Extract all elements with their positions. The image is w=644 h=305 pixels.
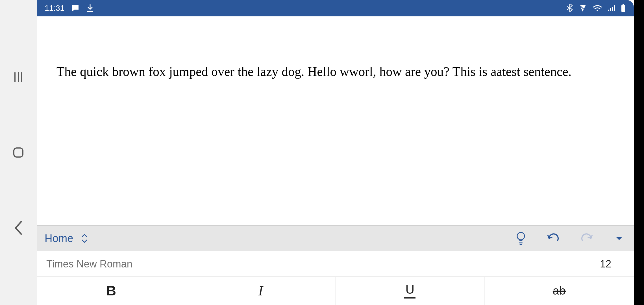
underline-button[interactable]: U <box>336 277 485 305</box>
tell-me-button[interactable] <box>512 229 530 247</box>
redo-button[interactable] <box>577 229 595 247</box>
font-name-selector[interactable]: Times New Roman <box>46 258 589 270</box>
svg-point-13 <box>517 232 525 240</box>
device-bezel <box>634 0 644 305</box>
svg-rect-12 <box>623 4 624 5</box>
collapse-ribbon-button[interactable] <box>610 229 628 247</box>
status-bar: 11:31 <box>37 0 634 16</box>
home-button[interactable] <box>12 138 25 167</box>
status-time: 11:31 <box>45 4 64 13</box>
svg-marker-16 <box>616 237 622 240</box>
svg-rect-7 <box>608 10 609 11</box>
svg-rect-3 <box>14 148 23 157</box>
battery-icon <box>621 4 626 12</box>
strike-label: ab <box>553 284 566 297</box>
ribbon-tab-label: Home <box>45 232 73 245</box>
app-area: 11:31 <box>37 0 634 305</box>
vibrate-icon <box>578 4 588 12</box>
svg-rect-8 <box>610 8 611 11</box>
bluetooth-icon <box>567 4 573 12</box>
chevron-updown-icon <box>80 233 88 244</box>
wifi-icon <box>593 5 602 12</box>
italic-button[interactable]: I <box>186 277 336 305</box>
svg-rect-4 <box>87 11 93 12</box>
bold-button[interactable]: B <box>37 277 186 305</box>
ribbon-tab-selector[interactable]: Home <box>45 226 100 251</box>
undo-button[interactable] <box>545 229 563 247</box>
underline-letter: U <box>405 283 414 296</box>
system-nav-rail <box>0 0 37 305</box>
svg-rect-11 <box>621 5 625 12</box>
recents-button[interactable] <box>12 63 25 91</box>
svg-rect-10 <box>614 5 615 11</box>
underline-bar-icon <box>404 297 415 299</box>
font-row: Times New Roman 12 <box>37 251 634 277</box>
document-text[interactable]: The quick brown fox jumped over the lazy… <box>56 59 614 85</box>
format-row: B I U ab <box>37 277 634 305</box>
chat-icon <box>71 4 80 12</box>
back-button[interactable] <box>13 214 24 242</box>
document-canvas[interactable]: The quick brown fox jumped over the lazy… <box>37 16 634 225</box>
svg-rect-9 <box>612 7 613 11</box>
download-icon <box>86 4 94 12</box>
svg-point-6 <box>597 10 598 11</box>
ribbon-header: Home <box>37 225 634 251</box>
signal-icon <box>607 5 616 12</box>
font-size-selector[interactable]: 12 <box>589 258 623 270</box>
strikethrough-button[interactable]: ab <box>485 277 634 305</box>
